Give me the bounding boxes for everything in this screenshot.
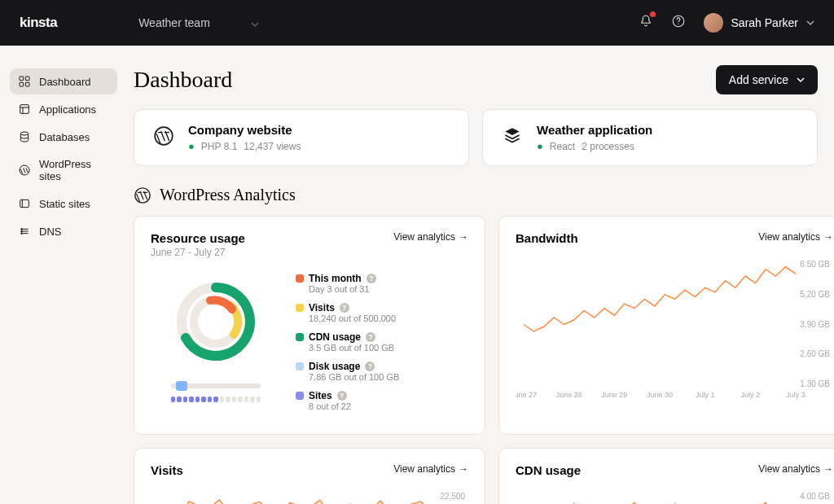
legend-value: Day 3 out of 31 bbox=[309, 284, 468, 294]
add-service-button[interactable]: Add service bbox=[716, 65, 818, 94]
legend-item: Disk usage?7.86 GB out of 100 GB bbox=[296, 361, 468, 382]
legend-label: This month bbox=[309, 273, 362, 284]
help-icon[interactable]: ? bbox=[337, 391, 347, 401]
team-selector[interactable]: Weather team bbox=[138, 16, 259, 29]
legend-value: 18,240 out of 500,000 bbox=[309, 313, 468, 323]
sidebar-item-label: Applications bbox=[39, 103, 96, 116]
svg-rect-1 bbox=[20, 77, 24, 81]
svg-text:June 29: June 29 bbox=[601, 391, 627, 399]
apps-icon bbox=[18, 103, 31, 116]
help-icon[interactable]: ? bbox=[367, 274, 376, 283]
wp-icon bbox=[151, 123, 177, 149]
legend-item: Visits?18,240 out of 500,000 bbox=[296, 302, 468, 323]
notifications-button[interactable] bbox=[639, 14, 653, 32]
visits-chart: 18,00022,500 bbox=[151, 492, 468, 504]
stack-icon bbox=[499, 123, 525, 149]
site-title: Weather application bbox=[537, 123, 652, 137]
wordpress-icon bbox=[134, 186, 151, 204]
view-analytics-link[interactable]: View analytics → bbox=[393, 463, 468, 475]
legend-swatch bbox=[296, 274, 304, 283]
svg-text:June 27: June 27 bbox=[516, 391, 537, 399]
analytics-heading: WordPress Analytics bbox=[160, 186, 296, 204]
resource-usage-card: Resource usage June 27 - July 27 View an… bbox=[134, 216, 485, 435]
sidebar-item-label: WordPress sites bbox=[39, 158, 109, 182]
help-icon[interactable]: ? bbox=[365, 362, 375, 371]
legend-swatch bbox=[296, 333, 304, 341]
site-title: Company website bbox=[188, 123, 301, 137]
svg-rect-3 bbox=[20, 82, 24, 86]
sidebar-item-applications[interactable]: Applications bbox=[10, 96, 117, 122]
legend-swatch bbox=[296, 392, 304, 400]
help-button[interactable] bbox=[671, 14, 686, 32]
bandwidth-chart: 1.30 GB2.60 GB3.90 GB5.20 GB6.50 GBJune … bbox=[516, 260, 833, 402]
svg-rect-4 bbox=[25, 82, 29, 86]
card-title: CDN usage bbox=[516, 463, 581, 477]
legend-item: Sites?8 out of 22 bbox=[296, 390, 468, 411]
legend-label: Disk usage bbox=[309, 361, 360, 372]
legend-value: 7.86 GB out of 100 GB bbox=[309, 372, 468, 382]
legend-item: This month?Day 3 out of 31 bbox=[296, 273, 468, 294]
svg-text:July 1: July 1 bbox=[696, 391, 715, 399]
svg-text:3.90 GB: 3.90 GB bbox=[800, 320, 830, 329]
card-title: Bandwidth bbox=[516, 231, 578, 245]
view-analytics-link[interactable]: View analytics → bbox=[758, 463, 833, 475]
help-icon[interactable]: ? bbox=[366, 332, 375, 342]
sidebar: DashboardApplicationsDatabasesWordPress … bbox=[0, 46, 127, 504]
svg-text:July 2: July 2 bbox=[741, 391, 761, 399]
view-analytics-link[interactable]: View analytics → bbox=[393, 231, 468, 243]
svg-text:2.60 GB: 2.60 GB bbox=[800, 349, 830, 358]
site-meta: ●React2 processes bbox=[537, 140, 652, 152]
dashboard-icon bbox=[18, 75, 31, 88]
chevron-down-icon bbox=[806, 20, 814, 25]
svg-text:July 3: July 3 bbox=[786, 391, 805, 399]
site-card[interactable]: Weather application ●React2 processes bbox=[482, 109, 818, 166]
legend-value: 3.5 GB out of 100 GB bbox=[309, 343, 468, 353]
site-card[interactable]: Company website ●PHP 8.112,437 views bbox=[134, 109, 469, 166]
user-name: Sarah Parker bbox=[731, 16, 798, 29]
sidebar-item-label: Databases bbox=[39, 131, 90, 143]
legend-label: Visits bbox=[309, 302, 335, 313]
sidebar-item-label: Dashboard bbox=[39, 76, 91, 88]
user-menu[interactable]: Sarah Parker bbox=[704, 13, 814, 33]
status-ok-icon: ● bbox=[537, 140, 543, 152]
view-analytics-link[interactable]: View analytics → bbox=[758, 231, 833, 243]
legend-value: 8 out of 22 bbox=[309, 401, 468, 411]
static-icon bbox=[18, 197, 31, 210]
chevron-down-icon bbox=[251, 16, 259, 29]
team-name: Weather team bbox=[138, 16, 210, 29]
sidebar-item-dashboard[interactable]: Dashboard bbox=[10, 68, 117, 94]
card-range: June 27 - July 27 bbox=[151, 247, 245, 258]
chevron-down-icon bbox=[797, 77, 805, 82]
sidebar-item-wordpress-sites[interactable]: WordPress sites bbox=[10, 151, 117, 189]
wp-icon bbox=[18, 164, 31, 177]
arrow-right-icon: → bbox=[823, 231, 833, 243]
avatar bbox=[704, 13, 723, 33]
visits-card: Visits View analytics → 18,00022,500 bbox=[134, 448, 485, 504]
sidebar-item-label: DNS bbox=[39, 226, 61, 238]
help-icon[interactable]: ? bbox=[340, 303, 349, 313]
add-service-label: Add service bbox=[729, 73, 788, 86]
arrow-right-icon: → bbox=[459, 463, 468, 475]
status-ok-icon: ● bbox=[188, 140, 195, 152]
main-content: Dashboard Add service Company website ●P… bbox=[127, 46, 834, 504]
arrow-right-icon: → bbox=[459, 231, 468, 243]
svg-rect-2 bbox=[25, 77, 29, 81]
sidebar-item-label: Static sites bbox=[39, 198, 90, 210]
legend-label: CDN usage bbox=[309, 331, 361, 343]
svg-text:June 28: June 28 bbox=[556, 391, 582, 399]
svg-point-11 bbox=[21, 233, 23, 234]
sidebar-item-databases[interactable]: Databases bbox=[10, 124, 117, 150]
svg-text:6.50 GB: 6.50 GB bbox=[800, 260, 830, 269]
legend: This month?Day 3 out of 31Visits?18,240 … bbox=[296, 273, 468, 419]
blocks-indicator bbox=[171, 397, 261, 402]
sidebar-item-dns[interactable]: DNS bbox=[10, 218, 117, 244]
donut-chart bbox=[167, 273, 265, 370]
page-title: Dashboard bbox=[134, 67, 232, 93]
analytics-section-title: WordPress Analytics bbox=[134, 186, 818, 204]
sidebar-item-static-sites[interactable]: Static sites bbox=[10, 191, 117, 217]
db-icon bbox=[18, 130, 31, 143]
svg-point-10 bbox=[21, 230, 23, 232]
legend-swatch bbox=[296, 304, 304, 312]
help-icon bbox=[671, 14, 686, 28]
svg-text:1.30 GB: 1.30 GB bbox=[800, 379, 830, 388]
